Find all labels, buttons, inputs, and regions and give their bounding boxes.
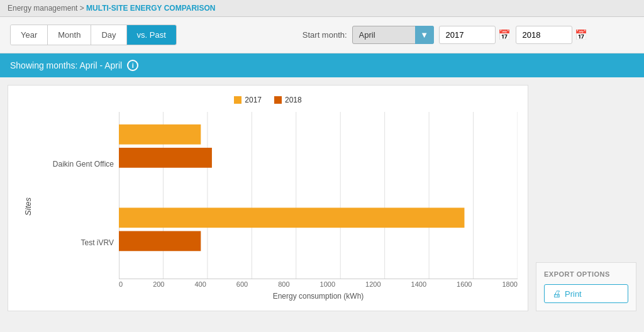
start-month-label: Start month: [303,30,347,40]
x-axis-title: Energy consumption (kWh) [119,292,518,301]
legend-2017: 2017 [234,96,262,104]
year1-group: 📅 [439,26,511,44]
y-labels: Daikin Gent Office Test iVRV [37,112,119,301]
bars-and-x-axis: 0 200 400 600 800 1000 1200 1400 1600 18… [119,112,518,301]
breadcrumb-current: MULTI-SITE ENERGY COMPARISON [86,4,215,13]
legend-2018-color [274,96,282,104]
tab-day[interactable]: Day [91,25,126,45]
x-tick-1: 200 [153,280,164,288]
tab-month[interactable]: Month [48,25,91,45]
bar-0-2017 [119,124,201,145]
tab-vs-past[interactable]: vs. Past [127,25,176,45]
calendar2-icon[interactable]: 📅 [575,29,587,41]
bars-area [119,112,518,279]
x-tick-3: 600 [236,280,248,288]
print-label: Print [565,289,582,299]
x-tick-2: 400 [194,280,206,288]
legend-2017-label: 2017 [245,96,262,104]
year1-input[interactable] [439,26,496,44]
year2-group: 📅 [516,26,587,44]
site-label-0: Daikin Gent Office [37,160,114,169]
breadcrumb-base: Energy management > [8,4,84,13]
x-tick-4: 800 [278,280,289,288]
chart-svg [119,112,518,279]
sidebar-panel: EXPORT OPTIONS 🖨 Print [536,85,636,311]
legend-2018: 2018 [274,96,302,104]
y-axis-title: Sites [23,197,33,216]
chart-container: 2017 2018 Sites Daikin Gent Office Test … [8,85,528,311]
export-options-box: EXPORT OPTIONS 🖨 Print [536,262,636,311]
x-tick-9: 1800 [502,280,518,288]
export-options-title: EXPORT OPTIONS [544,270,628,278]
bar-1-2018 [119,231,201,251]
breadcrumb: Energy management > MULTI-SITE ENERGY CO… [0,0,644,17]
tab-group: Year Month Day vs. Past [10,25,177,45]
print-button[interactable]: 🖨 Print [544,284,628,303]
x-axis-ticks: 0 200 400 600 800 1000 1200 1400 1600 18… [119,279,518,289]
legend-2018-label: 2018 [285,96,302,104]
showing-text: Showing months: April - April [10,60,122,70]
year2-input[interactable] [516,26,572,44]
site-label-1: Test iVRV [37,238,114,247]
tab-year[interactable]: Year [11,25,48,45]
chart-body: Sites Daikin Gent Office Test iVRV 0 200… [18,112,518,301]
info-icon[interactable]: i [127,60,138,71]
start-month-group: Start month: April January February Marc… [303,26,587,44]
month-select-wrapper: April January February March May June Ju… [352,26,434,44]
chart-legend: 2017 2018 [18,96,518,104]
x-tick-8: 1600 [457,280,472,288]
main-content: 2017 2018 Sites Daikin Gent Office Test … [0,77,644,319]
x-tick-7: 1400 [411,280,426,288]
y-axis-title-wrapper: Sites [18,112,37,301]
calendar1-icon[interactable]: 📅 [498,29,511,41]
legend-2017-color [234,96,242,104]
printer-icon: 🖨 [552,289,561,299]
showing-bar: Showing months: April - April i [0,53,644,77]
month-select[interactable]: April January February March May June Ju… [352,26,434,44]
x-tick-0: 0 [119,280,123,288]
x-tick-5: 1000 [320,280,335,288]
x-tick-6: 1200 [365,280,380,288]
controls-row: Year Month Day vs. Past Start month: Apr… [0,17,644,53]
bar-0-2018 [119,148,212,168]
bar-1-2017 [119,208,464,228]
